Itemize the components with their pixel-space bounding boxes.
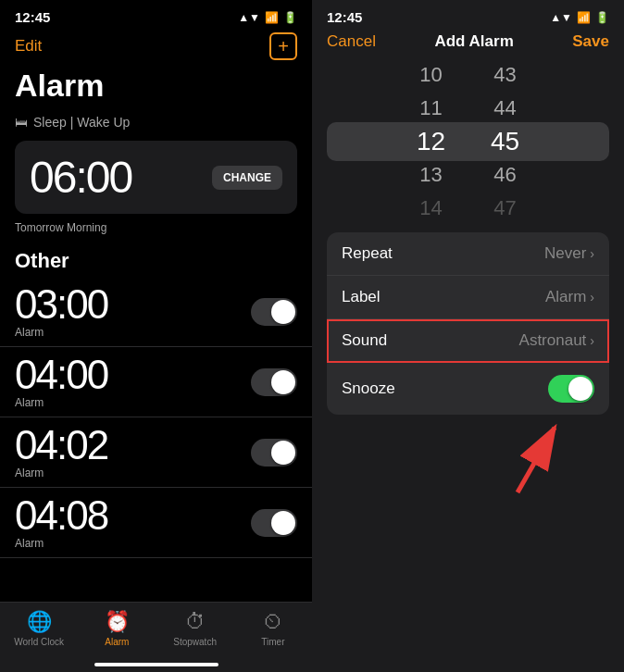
- alarm-label-1: Alarm: [15, 326, 107, 339]
- battery-icon: 🔋: [283, 11, 297, 24]
- tab-indicator: [94, 663, 218, 666]
- min-47: 47: [493, 192, 516, 225]
- hour-11: 11: [419, 92, 442, 125]
- left-time: 12:45: [15, 9, 50, 25]
- add-alarm-button[interactable]: +: [269, 32, 297, 60]
- snooze-toggle-circle: [568, 377, 593, 401]
- alarm-toggle-3[interactable]: [251, 439, 297, 467]
- tab-alarm[interactable]: ⏰ Alarm: [78, 610, 156, 647]
- toggle-circle-1: [271, 300, 295, 324]
- stopwatch-icon: ⏱: [185, 610, 206, 634]
- min-45: 45: [491, 125, 519, 158]
- sleep-time: 06:00: [30, 152, 131, 203]
- min-46: 46: [493, 158, 516, 192]
- alarm-label-3: Alarm: [15, 467, 107, 479]
- sleep-card: 06:00 CHANGE: [15, 141, 297, 214]
- edit-button[interactable]: Edit: [15, 37, 42, 56]
- red-arrow-annotation: [499, 414, 573, 501]
- left-status-bar: 12:45 ▲▼ 📶 🔋: [0, 0, 312, 29]
- world-clock-icon: 🌐: [27, 610, 52, 634]
- picker-columns: 09 10 11 12 13 14 15 42 43 44 45 46 47 4…: [312, 58, 624, 225]
- red-arrow-svg: [499, 414, 573, 497]
- left-panel: 12:45 ▲▼ 📶 🔋 Edit + Alarm 🛏 Sleep | Wake…: [0, 0, 312, 672]
- repeat-row[interactable]: Repeat Never ›: [327, 232, 609, 276]
- alarm-item-3[interactable]: 04:02 Alarm: [0, 417, 312, 488]
- snooze-label: Snooze: [342, 380, 395, 398]
- cancel-button[interactable]: Cancel: [327, 32, 376, 51]
- toggle-circle-4: [271, 511, 295, 535]
- page-title: Alarm: [0, 68, 312, 107]
- right-top-bar: Cancel Add Alarm Save: [312, 29, 624, 58]
- alarm-toggle-4[interactable]: [251, 509, 297, 537]
- label-value-container: Alarm ›: [545, 288, 594, 306]
- alarm-time-3: 04:02: [15, 425, 107, 466]
- alarm-tab-label: Alarm: [105, 637, 129, 647]
- tab-timer[interactable]: ⏲ Timer: [234, 610, 312, 647]
- repeat-value: Never: [544, 244, 586, 263]
- repeat-chevron-icon: ›: [590, 246, 594, 261]
- right-status-bar: 12:45 ▲▼ 📶 🔋: [312, 0, 624, 29]
- stopwatch-label: Stopwatch: [173, 637, 217, 647]
- sound-chevron-icon: ›: [590, 333, 594, 348]
- world-clock-label: World Clock: [14, 637, 64, 647]
- right-time: 12:45: [327, 9, 362, 25]
- alarm-time-2: 04:00: [15, 355, 107, 395]
- alarm-time-4: 04:08: [15, 495, 107, 536]
- alarm-icon: ⏰: [105, 610, 130, 634]
- tab-stopwatch[interactable]: ⏱ Stopwatch: [156, 610, 234, 647]
- timer-icon: ⏲: [263, 610, 283, 634]
- alarm-toggle-1[interactable]: [251, 298, 297, 326]
- sound-row[interactable]: Sound Astronaut ›: [327, 319, 609, 363]
- signal-icon: ▲▼: [238, 11, 260, 24]
- alarm-item-2[interactable]: 04:00 Alarm: [0, 347, 312, 417]
- right-status-icons: ▲▼ 📶 🔋: [550, 11, 609, 24]
- repeat-label: Repeat: [342, 244, 393, 263]
- snooze-row[interactable]: Snooze: [327, 363, 609, 415]
- left-top-bar: Edit +: [0, 29, 312, 68]
- tab-bar: 🌐 World Clock ⏰ Alarm ⏱ Stopwatch ⏲ Time…: [0, 602, 312, 672]
- hour-13: 13: [419, 158, 442, 192]
- left-status-icons: ▲▼ 📶 🔋: [238, 11, 297, 24]
- alarm-time-1: 03:00: [15, 284, 107, 325]
- other-section-header: Other: [0, 242, 312, 277]
- minutes-column[interactable]: 42 43 44 45 46 47 48: [468, 58, 543, 225]
- hour-12: 12: [417, 125, 445, 158]
- hour-10: 10: [419, 58, 442, 92]
- wifi-icon: 📶: [265, 11, 279, 24]
- add-alarm-title: Add Alarm: [434, 32, 513, 51]
- timer-label: Timer: [261, 637, 284, 647]
- toggle-circle-2: [271, 370, 295, 394]
- right-signal-icon: ▲▼: [550, 11, 572, 24]
- hour-14: 14: [419, 192, 442, 225]
- right-battery-icon: 🔋: [595, 11, 609, 24]
- sound-value: Astronaut: [519, 331, 587, 350]
- right-wifi-icon: 📶: [577, 11, 591, 24]
- alarm-item-4[interactable]: 04:08 Alarm: [0, 488, 312, 558]
- alarm-item-1[interactable]: 03:00 Alarm: [0, 277, 312, 347]
- label-row[interactable]: Label Alarm ›: [327, 276, 609, 319]
- right-panel: 12:45 ▲▼ 📶 🔋 Cancel Add Alarm Save 09 10…: [312, 0, 624, 672]
- alarm-label-2: Alarm: [15, 396, 107, 409]
- snooze-toggle[interactable]: [548, 375, 594, 403]
- label-label: Label: [342, 288, 381, 306]
- svg-line-1: [518, 428, 555, 492]
- change-button[interactable]: CHANGE: [212, 166, 282, 190]
- sleep-section: 🛏 Sleep | Wake Up: [0, 107, 312, 137]
- settings-section: Repeat Never › Label Alarm › Sound Astro…: [327, 232, 609, 415]
- repeat-value-container: Never ›: [544, 244, 594, 263]
- tab-world-clock[interactable]: 🌐 World Clock: [0, 610, 78, 647]
- label-chevron-icon: ›: [590, 290, 594, 305]
- toggle-circle-3: [271, 441, 295, 465]
- min-44: 44: [493, 92, 516, 125]
- bed-icon: 🛏: [15, 115, 28, 130]
- save-button[interactable]: Save: [572, 32, 609, 51]
- alarm-toggle-2[interactable]: [251, 368, 297, 396]
- sleep-card-label: Tomorrow Morning: [0, 221, 312, 242]
- sound-label: Sound: [342, 331, 387, 350]
- sound-value-container: Astronaut ›: [519, 331, 594, 350]
- hours-column[interactable]: 09 10 11 12 13 14 15: [394, 58, 468, 225]
- alarm-label-4: Alarm: [15, 537, 107, 550]
- min-43: 43: [493, 58, 516, 92]
- label-value: Alarm: [545, 288, 586, 306]
- time-picker[interactable]: 09 10 11 12 13 14 15 42 43 44 45 46 47 4…: [312, 58, 624, 225]
